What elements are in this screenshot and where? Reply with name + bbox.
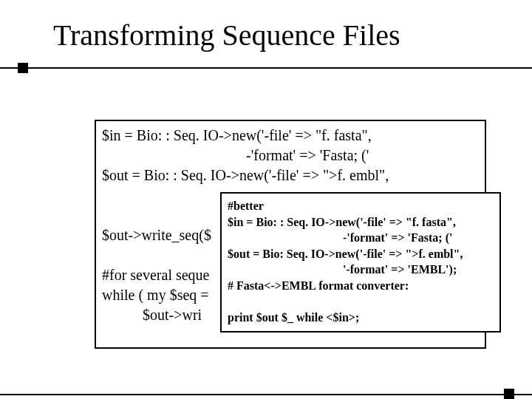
title-rule [0, 64, 532, 72]
rule-square-icon [18, 63, 28, 73]
code-box-overlay: #better $in = Bio: : Seq. IO->new('-file… [220, 192, 501, 332]
slide-title: Transforming Sequence Files [0, 18, 532, 60]
slide: Transforming Sequence Files $in = Bio: :… [0, 0, 532, 399]
code-overlay-text: #better $in = Bio: : Seq. IO->new('-file… [228, 198, 494, 326]
footer-rule [0, 392, 532, 399]
rule-line [0, 67, 532, 69]
footer-line [0, 394, 532, 395]
footer-square-icon [504, 389, 514, 399]
